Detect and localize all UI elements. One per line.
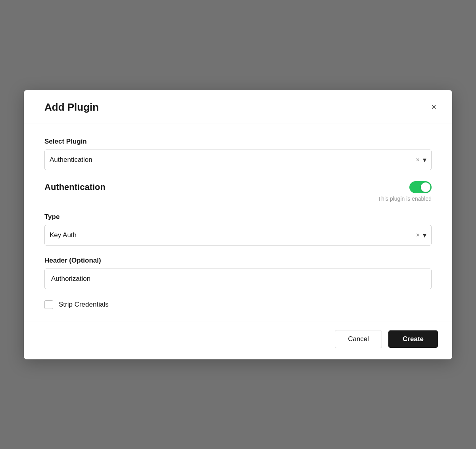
select-plugin-section: Select Plugin Authentication × ▾ [44, 138, 432, 170]
type-clear-icon: × [416, 232, 420, 239]
type-dropdown[interactable]: Key Auth × ▾ [44, 225, 432, 246]
plugin-enabled-text: This plugin is enabled [44, 196, 432, 202]
select-plugin-clear[interactable]: × [413, 155, 423, 165]
modal-title: Add Plugin [44, 101, 99, 113]
create-button[interactable]: Create [388, 330, 438, 348]
select-plugin-label: Select Plugin [44, 138, 432, 146]
toggle-slider [409, 181, 432, 193]
header-section: Header (Optional) [44, 257, 432, 289]
select-plugin-dropdown[interactable]: Authentication × ▾ [44, 150, 432, 170]
authentication-toggle[interactable] [409, 181, 432, 193]
clear-icon: × [416, 156, 420, 163]
type-label: Type [44, 213, 432, 221]
authentication-label: Authentication [44, 182, 106, 192]
header-label: Header (Optional) [44, 257, 432, 265]
strip-credentials-label: Strip Credentials [59, 301, 109, 309]
add-plugin-modal: Add Plugin × Select Plugin Authenticatio… [24, 90, 452, 359]
type-chevron-down-icon: ▾ [423, 231, 426, 240]
modal-header: Add Plugin × [24, 90, 452, 123]
type-arrow[interactable]: ▾ [423, 231, 426, 240]
modal-body: Select Plugin Authentication × ▾ Authent… [24, 123, 452, 322]
close-icon: × [431, 103, 436, 111]
select-plugin-arrow[interactable]: ▾ [423, 155, 426, 164]
strip-credentials-row: Strip Credentials [44, 300, 432, 309]
type-clear[interactable]: × [413, 230, 423, 240]
type-value: Key Auth [50, 231, 413, 239]
type-section: Type Key Auth × ▾ [44, 213, 432, 246]
chevron-down-icon: ▾ [423, 155, 426, 164]
select-plugin-value: Authentication [50, 156, 413, 164]
cancel-button[interactable]: Cancel [335, 330, 382, 348]
plugin-toggle-row: Authentication [44, 181, 432, 193]
modal-footer: Cancel Create [24, 322, 452, 359]
header-input[interactable] [44, 269, 432, 289]
authentication-section: Authentication This plugin is enabled [44, 181, 432, 202]
close-button[interactable]: × [430, 101, 438, 113]
strip-credentials-checkbox[interactable] [44, 300, 53, 309]
